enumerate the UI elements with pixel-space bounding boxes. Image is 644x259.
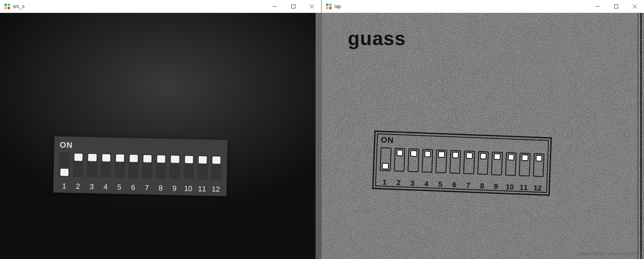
dip-number: 5	[435, 180, 446, 189]
dip-number: 7	[462, 181, 473, 190]
dip-switch-knob	[452, 152, 459, 159]
app-icon	[4, 3, 10, 10]
svg-rect-13	[615, 4, 618, 8]
dip-switch-slot	[114, 154, 125, 178]
svg-rect-10	[326, 7, 328, 9]
laplacian-image: guass ON 123456789101112 https://blog.cs…	[322, 13, 644, 259]
dip-switch-block: ON 123456789101112	[53, 136, 228, 196]
dip-switch-knob	[410, 150, 417, 157]
svg-rect-1	[8, 4, 10, 6]
image-view-src: ON 123456789101112	[0, 13, 321, 259]
dip-switch-knob	[185, 156, 193, 163]
dip-switch-knob	[382, 163, 389, 169]
overlay-label: guass	[348, 27, 406, 50]
titlebar-src[interactable]: src_s	[0, 0, 321, 13]
dip-number: 2	[393, 178, 404, 187]
dip-number: 11	[518, 183, 529, 192]
image-view-lap: guass ON 123456789101112 https://blog.cs…	[322, 13, 644, 259]
dip-switch-slot	[142, 154, 153, 179]
dip-number: 4	[421, 180, 432, 188]
dip-switch-knob	[130, 155, 138, 162]
dip-switch-knob	[199, 156, 207, 163]
dip-number: 9	[169, 184, 180, 193]
close-button[interactable]	[625, 0, 644, 13]
dip-switch-slot	[519, 152, 531, 176]
dip-switch-knob	[143, 155, 152, 162]
dip-switch-row	[59, 152, 222, 180]
close-button[interactable]	[303, 0, 321, 13]
dip-switch-slot	[156, 155, 167, 179]
dip-switch-slot	[128, 154, 139, 178]
dip-number: 12	[532, 184, 543, 193]
dip-switch-knob	[521, 155, 528, 161]
dip-number: 1	[59, 182, 70, 191]
dip-switch-knob	[212, 157, 221, 164]
maximize-button[interactable]	[284, 0, 303, 13]
dip-switch-slot	[59, 152, 70, 177]
dip-switch-knob	[535, 155, 542, 162]
dip-switch-knob	[60, 169, 69, 176]
dip-number: 10	[504, 183, 515, 192]
dip-switch-slot	[477, 151, 489, 175]
dip-switch-slot	[100, 153, 111, 178]
dip-switch-slot	[211, 156, 222, 180]
svg-rect-0	[4, 4, 7, 6]
dip-number: 3	[407, 179, 418, 188]
dip-switch-slot	[73, 153, 84, 178]
dip-number: 6	[128, 183, 139, 192]
svg-rect-11	[329, 7, 332, 9]
window-src: src_s ON 123456789101112	[0, 0, 321, 259]
dip-switch-slot	[491, 152, 503, 175]
dip-number: 11	[197, 185, 207, 194]
dip-number: 5	[114, 183, 125, 192]
dip-switch-knob	[74, 154, 83, 161]
desktop: src_s ON 123456789101112 lap	[0, 0, 644, 259]
dip-number: 3	[86, 182, 97, 191]
on-label-edge: ON	[381, 135, 394, 145]
dip-number: 12	[211, 185, 222, 194]
dip-number: 2	[73, 182, 84, 191]
watermark: https://blog.csdn.net/windxf	[579, 251, 638, 256]
window-lap: lap guass ON 123456789101112 htt	[321, 0, 644, 259]
dip-switch-knob	[424, 150, 431, 157]
dip-switch-knob	[396, 150, 403, 157]
dip-switch-knob	[157, 155, 165, 163]
dip-switch-knob	[116, 155, 124, 162]
dip-number: 4	[100, 183, 111, 192]
dip-switch-row-edge	[380, 147, 544, 177]
dip-switch-slot	[533, 153, 544, 177]
dip-switch-knob	[508, 154, 514, 161]
dip-switch-slot	[450, 150, 461, 174]
dip-switch-slot	[169, 155, 180, 180]
dip-switch-slot	[422, 149, 433, 173]
svg-rect-2	[4, 7, 7, 9]
edge-line	[638, 13, 638, 259]
dip-switch-slot	[394, 148, 406, 172]
dip-switch-numbers: 123456789101112	[59, 182, 221, 194]
dip-switch-slot	[87, 153, 98, 178]
on-label: ON	[60, 140, 73, 150]
dip-switch-knob	[88, 154, 97, 161]
dip-switch-knob	[480, 153, 487, 160]
dip-switch-knob	[493, 153, 500, 160]
grayscale-photo: ON 123456789101112	[0, 13, 321, 259]
maximize-button[interactable]	[607, 0, 625, 13]
right-edge-strip	[316, 13, 321, 259]
dip-switch-slot	[408, 148, 419, 172]
svg-rect-5	[292, 4, 295, 8]
edge-line	[640, 13, 642, 259]
app-icon	[326, 3, 332, 10]
dip-number: 6	[449, 181, 460, 190]
minimize-button[interactable]	[588, 0, 607, 13]
window-title: src_s	[13, 4, 25, 9]
dip-switch-slot	[463, 150, 475, 174]
svg-rect-3	[8, 7, 10, 9]
dip-switch-slot	[380, 147, 391, 171]
dip-switch-edges: ON 123456789101112	[372, 131, 552, 196]
minimize-button[interactable]	[266, 0, 284, 13]
dip-switch-knob	[466, 152, 473, 159]
dip-switch-knob	[438, 151, 445, 158]
titlebar-lap[interactable]: lap	[322, 0, 644, 13]
dip-switch-knob	[171, 156, 180, 163]
dip-number: 10	[183, 184, 194, 193]
